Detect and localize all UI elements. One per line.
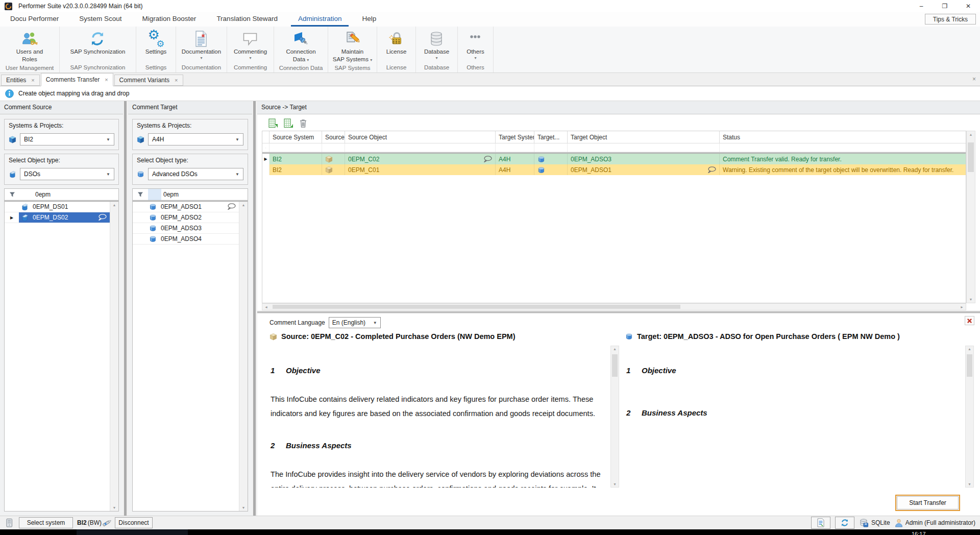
scrollbar-thumb[interactable] xyxy=(612,354,618,377)
target-list-scrollbar[interactable]: ▲ ▼ xyxy=(239,202,248,511)
list-item[interactable]: 0EPM_ADSO4 xyxy=(133,234,248,245)
target-system-select[interactable]: A4H▼ xyxy=(148,133,243,145)
comment-heading: 1Objective xyxy=(271,366,609,375)
doc-tab-label: Entities xyxy=(6,77,26,84)
scroll-up-icon[interactable]: ▲ xyxy=(242,203,246,207)
list-item[interactable]: 0EPM_ADSO3 xyxy=(133,223,248,234)
tips-and-tricks-button[interactable]: Tips & Tricks xyxy=(925,14,976,25)
scroll-up-icon[interactable]: ▲ xyxy=(968,347,971,351)
delete-mapping-button[interactable] xyxy=(299,118,307,128)
close-preview-button[interactable] xyxy=(965,316,974,325)
mapping-table-vscrollbar[interactable]: ▲ ▼ xyxy=(966,131,975,303)
ribbon-button-database[interactable]: Database▾ xyxy=(421,29,452,63)
column-header: Target System xyxy=(496,131,534,143)
ribbon-button-label: SAP Synchronization xyxy=(70,48,126,56)
menu-tab-system-scout[interactable]: System Scout xyxy=(72,12,129,27)
tab-comments-transfer[interactable]: Comments Transfer× xyxy=(41,73,113,86)
source-objecttype-select[interactable]: DSOs▼ xyxy=(20,168,114,180)
ribbon-button-connection-data[interactable]: ConnectionData ▾ xyxy=(283,29,318,64)
object-name: 0EPM_DS01 xyxy=(33,203,68,210)
menu-tab-migration-booster[interactable]: Migration Booster xyxy=(135,12,204,27)
tab-comment-variants[interactable]: Comment Variants× xyxy=(114,75,183,86)
source-list-scrollbar[interactable]: ▲ ▼ xyxy=(110,202,118,511)
scrollbar-thumb[interactable] xyxy=(968,142,974,172)
table-header-row[interactable]: Source SystemSource...Source ObjectTarge… xyxy=(262,131,966,143)
menu-tab-administration[interactable]: Administration xyxy=(291,12,349,27)
scrollbar-thumb[interactable] xyxy=(273,305,680,309)
start-transfer-button[interactable]: Start Transfer xyxy=(897,496,959,509)
ribbon-button-label: MaintainSAP Systems ▾ xyxy=(333,48,372,63)
expander-icon[interactable]: ▶ xyxy=(264,157,267,161)
list-item[interactable]: 0EPM_ADSO2 xyxy=(133,212,248,223)
export-mapping-button[interactable] xyxy=(268,118,278,128)
refresh-button[interactable] xyxy=(835,517,854,529)
scroll-down-icon[interactable]: ▼ xyxy=(613,482,617,486)
filter-funnel-icon[interactable] xyxy=(5,191,20,198)
comment-language-select[interactable]: En (English) ▼ xyxy=(329,317,381,328)
close-icon[interactable]: × xyxy=(31,77,34,83)
tab-entities[interactable]: Entities× xyxy=(1,75,40,86)
target-object-list: 0epm 0EPM_ADSO10EPM_ADSO20EPM_ADSO30EPM_… xyxy=(132,188,248,512)
close-button[interactable]: ✕ xyxy=(957,0,980,12)
mapping-table-hscrollbar[interactable]: ◄ ► xyxy=(262,303,966,310)
source-system-select[interactable]: BI2▼ xyxy=(20,133,114,145)
import-mapping-button[interactable] xyxy=(284,118,293,128)
splitter[interactable] xyxy=(123,101,128,516)
ribbon-button-users-and-roles[interactable]: Users andRoles xyxy=(13,29,46,64)
scrollbar-thumb[interactable] xyxy=(967,354,972,377)
disconnect-button[interactable]: Disconnect xyxy=(115,517,153,528)
scroll-up-icon[interactable]: ▲ xyxy=(613,347,617,351)
database-icon xyxy=(428,30,445,48)
table-cell xyxy=(270,143,322,152)
expander-icon[interactable]: ▶ xyxy=(10,215,13,220)
document-log-button[interactable] xyxy=(811,517,830,529)
select-system-button[interactable]: Select system xyxy=(19,517,73,528)
refresh-icon xyxy=(840,518,849,527)
ribbon-button-commenting[interactable]: Commenting▾ xyxy=(231,29,270,63)
maximize-button[interactable]: ❐ xyxy=(933,0,957,12)
scroll-up-icon[interactable]: ▲ xyxy=(969,133,973,136)
filter-funnel-icon[interactable] xyxy=(133,191,148,198)
target-objecttype-select[interactable]: Advanced DSOs▼ xyxy=(148,168,243,180)
close-icon[interactable]: × xyxy=(175,77,178,83)
splitter[interactable] xyxy=(252,101,257,516)
source-filter-input[interactable]: 0epm xyxy=(33,191,118,198)
scroll-down-icon[interactable]: ▼ xyxy=(242,506,246,509)
ribbon-button-license[interactable]: License xyxy=(383,29,410,63)
source-preview-scrollbar[interactable]: ▲ ▼ xyxy=(610,346,619,488)
close-icon[interactable]: × xyxy=(105,77,108,83)
scroll-right-icon[interactable]: ► xyxy=(960,305,964,309)
close-icon[interactable]: × xyxy=(972,76,976,83)
status-cell: Warning. Existing comment of the target … xyxy=(720,164,966,175)
mapping-row[interactable]: BI20EPM_C01A4H0EPM_ADSO1Warning. Existin… xyxy=(262,164,966,175)
menu-tab-docu-performer[interactable]: Docu Performer xyxy=(3,12,66,27)
table-cell xyxy=(534,143,568,152)
ribbon-button-sap-synchronization[interactable]: SAP Synchronization xyxy=(67,29,129,63)
menu-tab-translation-steward[interactable]: Translation Steward xyxy=(209,12,285,27)
comment-source-header: Comment Source xyxy=(0,101,123,114)
table-filter-row[interactable] xyxy=(262,143,966,154)
ribbon-button-settings[interactable]: ⚙⚙Settings xyxy=(142,29,170,63)
list-item[interactable]: ▶0EPM_DS02 xyxy=(5,212,118,223)
scroll-left-icon[interactable]: ◄ xyxy=(264,305,268,309)
ribbon-button-label: Users andRoles xyxy=(16,48,43,63)
target-filter-input[interactable]: 0epm xyxy=(161,191,248,198)
target-preview-scrollbar[interactable]: ▲ ▼ xyxy=(965,346,974,488)
list-item[interactable]: 0EPM_ADSO1 xyxy=(133,202,248,212)
ribbon-button-others[interactable]: Others▾ xyxy=(463,29,487,63)
splitter[interactable] xyxy=(257,310,980,314)
minimize-button[interactable]: – xyxy=(910,0,933,12)
scroll-down-icon[interactable]: ▼ xyxy=(113,506,116,509)
source-filter-row[interactable]: 0epm xyxy=(5,189,118,202)
ribbon-button-documentation[interactable]: Documentation▾ xyxy=(179,29,224,63)
scroll-up-icon[interactable]: ▲ xyxy=(113,203,116,207)
list-item[interactable]: 0EPM_DS01 xyxy=(5,202,118,212)
ribbon-button-maintain-sap-systems[interactable]: MaintainSAP Systems ▾ xyxy=(330,29,375,64)
target-filter-row[interactable]: 0epm xyxy=(133,189,248,202)
scroll-down-icon[interactable]: ▼ xyxy=(968,482,971,486)
scroll-down-icon[interactable]: ▼ xyxy=(969,298,973,301)
menu-tabs: Docu PerformerSystem ScoutMigration Boos… xyxy=(0,12,386,27)
menu-tab-help[interactable]: Help xyxy=(355,12,383,27)
commenting-icon xyxy=(241,30,259,48)
mapping-row[interactable]: ▶BI20EPM_C02A4H0EPM_ADSO3Comment Transfe… xyxy=(262,154,966,164)
